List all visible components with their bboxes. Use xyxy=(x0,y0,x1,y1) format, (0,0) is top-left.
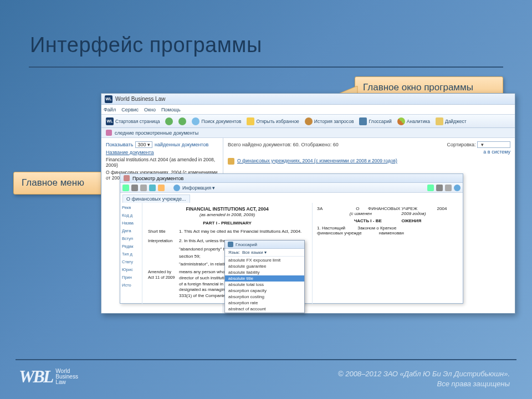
logo: WBL WorldBusinessLaw xyxy=(19,366,78,387)
doc-win-title: Просмотр документов xyxy=(132,176,183,181)
nav-item[interactable]: Юрис xyxy=(122,267,140,272)
result-item-1[interactable]: О финансовых учреждениях, 2004 (с измене… xyxy=(237,158,397,163)
sort-select[interactable]: ▾ xyxy=(477,141,510,148)
doc-titlebar[interactable]: Просмотр документов xyxy=(120,174,463,183)
tool-d-icon[interactable] xyxy=(454,185,461,191)
footer-rule xyxy=(16,359,516,360)
glossary-item[interactable]: absolute title xyxy=(225,275,304,282)
title-rule xyxy=(29,66,503,68)
callout-main-menu: Главное меню xyxy=(13,172,103,195)
app-icon: WL xyxy=(105,95,112,103)
glossary-titlebar[interactable]: Глоссарий xyxy=(225,241,304,249)
tb-fav[interactable]: Открыть избранное xyxy=(244,116,301,126)
nav-item[interactable]: Редак xyxy=(122,244,140,249)
sort-label: Сортировка: xyxy=(447,142,476,147)
glossary-window: Глоссарий Язык: Все языки ▾ absolute FX … xyxy=(224,240,305,313)
digest-icon xyxy=(436,117,443,125)
analytics-icon xyxy=(397,117,405,125)
titlebar[interactable]: WL World Business Law xyxy=(101,94,515,105)
glossary-item[interactable]: abstract of account xyxy=(225,306,304,312)
book-icon xyxy=(228,242,233,247)
doc-toolbar: Информация ▾ xyxy=(120,183,463,193)
tool-a-icon[interactable] xyxy=(427,185,434,191)
recent-header: следние просмотренные документы xyxy=(101,128,515,138)
lang-select[interactable]: Все языки ▾ xyxy=(242,250,267,255)
star-icon xyxy=(247,117,254,125)
nav-item[interactable]: Прин xyxy=(122,275,140,280)
recent-item-1[interactable]: Financial Institutions Act 2004 (as amen… xyxy=(106,157,218,168)
tool-b-icon[interactable] xyxy=(436,185,443,191)
save-icon[interactable] xyxy=(131,185,138,191)
tb-analytics[interactable]: Аналитика xyxy=(395,116,432,126)
nav-item[interactable]: Исто xyxy=(122,283,140,288)
doc-win-icon xyxy=(124,175,130,181)
info-button[interactable]: Информация ▾ xyxy=(182,185,215,191)
back-icon xyxy=(165,117,173,125)
doc-nav: Рекв Код д Назва Дата Вступ Редак Тип д … xyxy=(120,203,142,304)
tb-back[interactable] xyxy=(163,116,175,126)
footer-text: © 2008–2012 ЗАО «Дабл Ю Би Эл Дистрибьюш… xyxy=(338,369,510,389)
doc-tab[interactable]: О финансовых учрежде... xyxy=(122,195,190,203)
tool-c-icon[interactable] xyxy=(445,185,452,191)
star-icon[interactable] xyxy=(158,185,165,191)
show-label: Показывать xyxy=(106,142,133,147)
open-icon[interactable] xyxy=(122,185,129,191)
nav-item[interactable]: Дата xyxy=(122,228,140,233)
tb-digest[interactable]: Дайджест xyxy=(433,116,469,126)
forward-icon xyxy=(178,117,186,125)
glossary-item[interactable]: absolute liability xyxy=(225,269,304,275)
glossary-item[interactable]: absolute FX exposure limit xyxy=(225,257,304,263)
history-icon xyxy=(305,117,313,125)
slide-title: Интерфейс программы xyxy=(30,33,262,57)
doc-icon xyxy=(228,158,234,165)
tb-glossary[interactable]: Глоссарий xyxy=(357,116,393,126)
window-title: World Business Law xyxy=(115,96,165,102)
nav-item[interactable]: Назва xyxy=(122,221,140,226)
book-icon xyxy=(359,117,367,125)
lang-label: Язык: xyxy=(228,250,240,255)
nav-item[interactable]: Вступ xyxy=(122,236,140,241)
tb-history[interactable]: История запросов xyxy=(303,116,356,126)
main-toolbar: WLСтартовая страница Поиск документов От… xyxy=(101,115,515,128)
menu-window[interactable]: Окно xyxy=(144,107,156,112)
tb-search[interactable]: Поиск документов xyxy=(190,116,243,126)
show-count-select[interactable]: 300 ▾ xyxy=(135,141,152,148)
menubar: Файл Сервис Окно Помощь xyxy=(101,105,515,115)
col-header-name[interactable]: Название документа xyxy=(106,150,218,155)
glossary-item[interactable]: absolute total loss xyxy=(225,282,304,288)
menu-help[interactable]: Помощь xyxy=(161,107,181,112)
nav-item[interactable]: Тип д xyxy=(122,252,140,257)
glossary-item[interactable]: absorption capacity xyxy=(225,288,304,294)
home-icon: WL xyxy=(106,117,114,125)
nav-item[interactable]: Рекв xyxy=(122,205,140,210)
total-found: Всего найдено документов: 60. Отображено… xyxy=(228,142,339,147)
copy-icon[interactable] xyxy=(149,185,156,191)
menu-service[interactable]: Сервис xyxy=(121,107,139,112)
glossary-list[interactable]: absolute FX exposure limitabsolute guara… xyxy=(225,257,304,313)
tb-start[interactable]: WLСтартовая страница xyxy=(104,116,162,126)
login-link[interactable]: а в систему xyxy=(228,149,510,155)
glossary-item[interactable]: absorption costing xyxy=(225,294,304,300)
tb-fwd[interactable] xyxy=(176,116,188,126)
menu-file[interactable]: Файл xyxy=(104,107,116,112)
nav-item[interactable]: Стату xyxy=(122,259,140,264)
glossary-item[interactable]: absorption rate xyxy=(225,300,304,306)
clock-icon xyxy=(106,130,112,136)
nav-item[interactable]: Код д xyxy=(122,213,140,218)
glossary-item[interactable]: absolute guarantee xyxy=(225,263,304,269)
search-icon xyxy=(192,117,200,125)
info-icon xyxy=(173,185,180,191)
show-suffix: найденных документов xyxy=(155,142,208,147)
doc-text-ru: ЗА О ФИНАНСОВЫХ УЧРЕЖ 2004 (с изменен 20… xyxy=(312,203,463,304)
print-icon[interactable] xyxy=(140,185,147,191)
